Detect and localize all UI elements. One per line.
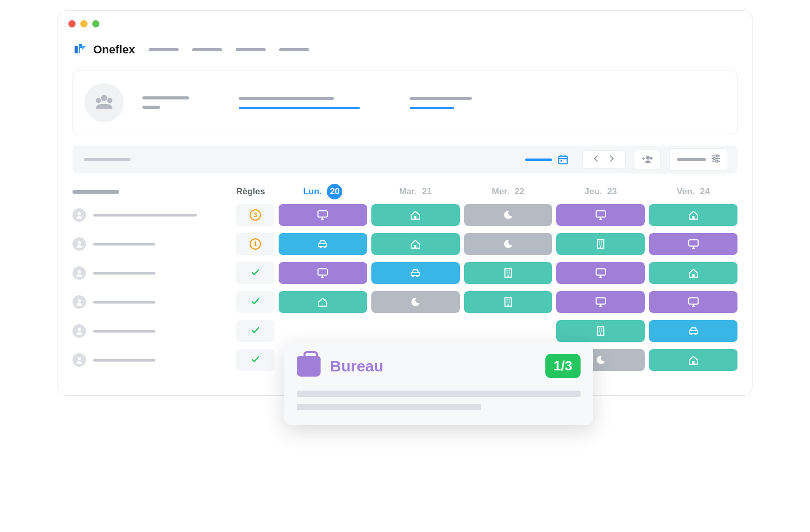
- svg-point-0: [101, 95, 107, 101]
- office-building-cell[interactable]: [464, 262, 553, 284]
- window-titlebar: [58, 11, 752, 33]
- popover-line: [297, 404, 481, 410]
- planning-row: 3: [236, 200, 737, 229]
- remote-cell[interactable]: [279, 291, 367, 313]
- office-cell[interactable]: [279, 204, 367, 226]
- popover-body: [297, 391, 581, 410]
- nav-item[interactable]: [149, 48, 179, 51]
- header-tab[interactable]: [410, 97, 472, 109]
- user-avatar-icon: [73, 208, 86, 222]
- travel-cell[interactable]: [279, 233, 367, 255]
- day-off-cell[interactable]: [464, 204, 553, 226]
- nav-item[interactable]: [192, 48, 222, 51]
- toolbar-filter[interactable]: [84, 158, 131, 161]
- day-header-wed[interactable]: Mer. 22: [464, 186, 553, 197]
- svg-rect-3: [559, 156, 568, 164]
- brand-name: Oneflex: [93, 43, 135, 56]
- svg-point-1: [96, 98, 101, 103]
- day-header-tue[interactable]: Mar. 21: [371, 186, 460, 197]
- rule-cell[interactable]: [236, 349, 274, 371]
- calendar-icon: [557, 154, 569, 165]
- next-week[interactable]: [605, 155, 619, 164]
- person-row[interactable]: [73, 200, 231, 229]
- nav-item[interactable]: [279, 48, 309, 51]
- remote-cell[interactable]: [649, 262, 737, 284]
- user-avatar-icon: [73, 266, 86, 280]
- travel-cell[interactable]: [649, 320, 737, 342]
- prev-week[interactable]: [589, 155, 602, 164]
- rule-cell[interactable]: 1: [236, 233, 274, 255]
- rule-cell[interactable]: 3: [236, 204, 274, 226]
- days-header-row: Règles Lun. 20 Mar. 21 Mer. 22 Jeu.: [236, 183, 737, 200]
- office-cell[interactable]: [556, 204, 645, 226]
- check-icon: [251, 268, 259, 279]
- context-header: [73, 70, 737, 135]
- date-selector[interactable]: [525, 154, 574, 165]
- remote-cell[interactable]: [371, 233, 460, 255]
- window-maximize-dot[interactable]: [92, 20, 99, 27]
- nav-item[interactable]: [236, 48, 266, 51]
- add-people-button[interactable]: [634, 150, 661, 169]
- day-header-thu[interactable]: Jeu. 23: [556, 186, 645, 197]
- rule-badge: 3: [250, 209, 261, 221]
- svg-point-22: [78, 328, 81, 332]
- user-avatar-icon: [73, 324, 86, 338]
- popover-line: [297, 391, 581, 397]
- office-cell[interactable]: [649, 233, 737, 255]
- top-nav: Oneflex: [58, 33, 752, 66]
- office-building-cell[interactable]: [464, 291, 553, 313]
- user-avatar-icon: [73, 353, 86, 367]
- svg-point-20: [78, 270, 81, 274]
- people-column: [73, 183, 236, 375]
- svg-point-2: [107, 98, 112, 103]
- office-cell[interactable]: [649, 291, 737, 313]
- day-header-mon[interactable]: Lun. 20: [279, 184, 367, 199]
- person-row[interactable]: [73, 317, 231, 346]
- remote-cell[interactable]: [371, 204, 460, 226]
- brand[interactable]: Oneflex: [73, 42, 135, 57]
- window-minimize-dot[interactable]: [80, 20, 88, 27]
- office-cell[interactable]: [556, 291, 645, 313]
- office-cell[interactable]: [279, 262, 367, 284]
- svg-point-23: [78, 357, 81, 361]
- office-building-cell[interactable]: [556, 320, 645, 342]
- remote-cell[interactable]: [649, 349, 737, 371]
- person-row[interactable]: [73, 287, 231, 317]
- day-off-cell[interactable]: [464, 233, 553, 255]
- svg-point-13: [716, 155, 718, 157]
- svg-point-17: [716, 160, 718, 162]
- day-off-cell[interactable]: [371, 291, 460, 313]
- sliders-icon: [711, 154, 720, 165]
- day-detail-popover: Bureau 1/3: [284, 342, 593, 425]
- view-options[interactable]: [669, 148, 728, 171]
- rule-cell[interactable]: [236, 262, 274, 284]
- svg-point-18: [78, 212, 81, 215]
- add-people-icon: [642, 155, 653, 164]
- header-subtitle-placeholder: [142, 106, 160, 109]
- svg-point-10: [646, 156, 649, 160]
- popover-occupancy: 1/3: [545, 354, 581, 378]
- user-avatar-icon: [73, 237, 86, 251]
- travel-cell[interactable]: [371, 262, 460, 284]
- office-building-cell[interactable]: [556, 233, 645, 255]
- team-avatar[interactable]: [84, 83, 124, 122]
- check-icon: [251, 355, 259, 366]
- day-header-fri[interactable]: Ven. 24: [649, 186, 737, 197]
- office-cell[interactable]: [556, 262, 645, 284]
- week-nav: [582, 150, 626, 169]
- app-window: Oneflex: [57, 10, 753, 396]
- briefcase-icon: [297, 356, 321, 377]
- person-row[interactable]: [73, 258, 231, 287]
- planning-toolbar: [73, 146, 737, 174]
- planning-row: [236, 317, 737, 346]
- brand-icon: [73, 42, 88, 57]
- remote-cell[interactable]: [649, 204, 737, 226]
- people-header: [73, 183, 231, 200]
- header-tab-active[interactable]: [239, 97, 360, 109]
- planning-row: [236, 287, 737, 317]
- rule-cell[interactable]: [236, 291, 274, 313]
- window-close-dot[interactable]: [68, 20, 76, 27]
- rule-cell[interactable]: [236, 320, 274, 342]
- person-row[interactable]: [73, 346, 231, 375]
- person-row[interactable]: [73, 229, 231, 258]
